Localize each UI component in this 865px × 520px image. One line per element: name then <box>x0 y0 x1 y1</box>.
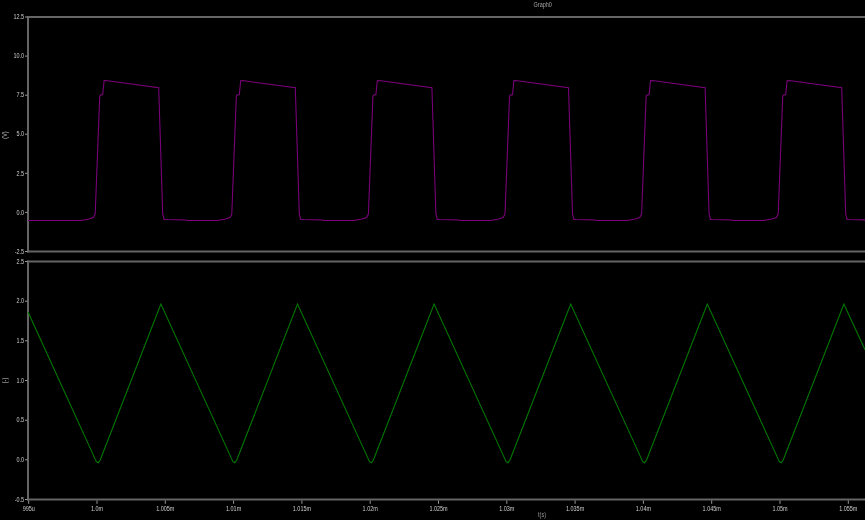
svg-text:1.0m: 1.0m <box>91 504 104 512</box>
svg-text:Graph0: Graph0 <box>534 0 553 9</box>
svg-text:7.5: 7.5 <box>17 91 25 99</box>
svg-text:1.015m: 1.015m <box>293 504 312 512</box>
svg-text:(V): (V) <box>0 131 9 138</box>
svg-text:t(s): t(s) <box>538 511 546 520</box>
svg-text:1.03m: 1.03m <box>499 504 515 512</box>
svg-text:0.0: 0.0 <box>17 455 25 463</box>
svg-text:2.0: 2.0 <box>17 297 25 305</box>
svg-text:10.0: 10.0 <box>13 51 24 59</box>
svg-text:2.5: 2.5 <box>17 257 25 265</box>
svg-text:1.05m: 1.05m <box>772 504 788 512</box>
svg-text:5.0: 5.0 <box>17 130 25 138</box>
svg-text:12.5: 12.5 <box>13 12 24 20</box>
svg-text:1.04m: 1.04m <box>636 504 652 512</box>
svg-text:1.5: 1.5 <box>17 336 25 344</box>
svg-text:1.035m: 1.035m <box>566 504 585 512</box>
svg-text:1.02m: 1.02m <box>363 504 379 512</box>
svg-text:995u: 995u <box>23 504 35 512</box>
svg-text:1.055m: 1.055m <box>839 504 858 512</box>
svg-text:2.5: 2.5 <box>17 169 25 177</box>
svg-text:-0.5: -0.5 <box>15 495 25 503</box>
svg-text:-2.5: -2.5 <box>15 247 25 255</box>
svg-text:1.0: 1.0 <box>17 376 25 384</box>
svg-text:1.005m: 1.005m <box>156 504 175 512</box>
svg-text:1.025m: 1.025m <box>429 504 448 512</box>
svg-text:1.045m: 1.045m <box>703 504 722 512</box>
svg-text:(-): (-) <box>0 378 9 383</box>
svg-text:1.01m: 1.01m <box>226 504 242 512</box>
svg-text:0.5: 0.5 <box>17 416 25 424</box>
svg-text:0.0: 0.0 <box>17 208 25 216</box>
